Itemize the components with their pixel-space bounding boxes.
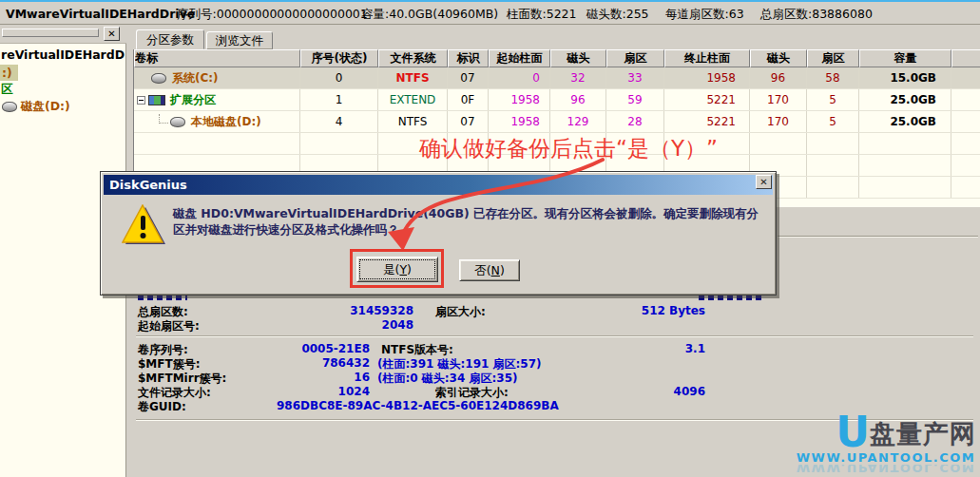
col-capacity[interactable]: 容量 [859, 49, 951, 67]
volume-name: 扩展分区 [170, 89, 216, 110]
disk-info-bar: VMwareVirtualIDEHardDrive 序列号:0000000000… [0, 0, 980, 25]
dialog-message: 磁盘 HD0:VMwareVirtualIDEHardDrive(40GB) 已… [173, 205, 767, 238]
col-start-head[interactable]: 磁头 [550, 49, 606, 67]
warning-icon [122, 204, 165, 246]
red-highlight-box [350, 249, 444, 288]
mft-cluster-value: 786432 [241, 356, 370, 370]
tab-browse-files[interactable]: 浏览文件 [206, 31, 273, 49]
col-volume-label[interactable]: 卷标 [134, 49, 300, 67]
disk-icon [2, 102, 17, 112]
volume-name: 本地磁盘(D:) [191, 111, 261, 132]
mftmirr-cluster-value: 16 [241, 371, 370, 384]
no-button[interactable]: 否(N) [459, 259, 520, 281]
tree-item-extended-partition[interactable]: 区 [1, 82, 13, 98]
volume-serial-value: 0005-21E8 [241, 342, 370, 355]
col-flag[interactable]: 标识 [448, 49, 489, 67]
disk-cylinders: 柱面数:5221 [507, 7, 577, 23]
disk-heads: 磁头数:255 [586, 7, 649, 23]
diskgenius-window: VMwareVirtualIDEHardDrive 序列号:0000000000… [0, 0, 980, 477]
watermark-logo-u: U [836, 414, 870, 450]
start-sector-value: 2048 [285, 318, 413, 332]
start-sector-label: 起始扇区号: [138, 318, 200, 334]
col-end-sector[interactable]: 扇区 [807, 49, 859, 67]
volume-guid-label: 卷GUID: [138, 399, 186, 415]
close-icon[interactable]: ✕ [104, 27, 120, 41]
annotation-text: 确认做好备份后点击“是（Y）” [419, 134, 718, 163]
col-filler [951, 49, 980, 67]
tab-partition-params[interactable]: 分区参数 [136, 29, 204, 49]
tree-item-disk[interactable]: reVirtualIDEHardD [1, 48, 125, 62]
watermark-url[interactable]: WWW.UPANTOOL.COM [796, 450, 976, 465]
partition-icon [148, 95, 165, 105]
disk-capacity: 容量:40.0GB(40960MB) [361, 7, 498, 23]
file-record-value: 1024 [241, 385, 370, 398]
tree-item-local-disk[interactable]: 磁盘(D:) [21, 99, 70, 115]
divider [778, 236, 978, 238]
divider [136, 335, 973, 337]
col-filesystem[interactable]: 文件系统 [378, 49, 448, 67]
watermark-brand: 盘量产网 [870, 418, 976, 450]
tree-elbow [159, 114, 168, 124]
total-sectors-value: 31459328 [285, 304, 413, 317]
table-row[interactable]: 扩展分区 1 EXTEND 0F 1958 96 59 5221 170 5 2… [134, 89, 980, 111]
dialog-title[interactable]: DiskGenius [104, 175, 773, 195]
watermark-reflection: WWW.UPANTOOL.COM [796, 465, 976, 475]
collapse-icon[interactable] [137, 96, 145, 105]
index-record-value: 4096 [570, 385, 705, 398]
panel-titlebar: ✕ [0, 25, 126, 44]
close-icon[interactable]: ✕ [756, 175, 772, 189]
table-row[interactable]: 本地磁盘(D:) 4 NTFS 07 1958 129 28 5221 170 … [134, 111, 980, 133]
disk-icon [170, 117, 185, 127]
disk-serial: 序列号:00000000000000000001 [177, 7, 368, 23]
sector-size-label: 扇区大小: [435, 304, 486, 320]
disk-total-sectors: 总扇区数:83886080 [760, 7, 873, 23]
col-end-cylinder[interactable]: 终止柱面 [664, 49, 750, 67]
disk-model: VMwareVirtualIDEHardDrive [6, 7, 195, 21]
disk-icon [151, 73, 166, 84]
sector-size-value: 512 Bytes [570, 304, 705, 317]
panel-grip[interactable] [2, 29, 99, 37]
disk-sectors-per-track: 每道扇区数:63 [665, 7, 744, 23]
col-start-sector[interactable]: 扇区 [606, 49, 664, 67]
volume-guid-value: 986DBC8E-89AC-4B12-AEC5-60E124D869BA [277, 399, 559, 412]
table-header-row: 卷标 序号(状态) 文件系统 标识 起始柱面 磁头 扇区 终止柱面 磁头 扇区 … [134, 49, 980, 67]
col-end-head[interactable]: 磁头 [750, 49, 807, 67]
col-seq-status[interactable]: 序号(状态) [300, 49, 378, 67]
table-row[interactable]: 系统(C:) 0 NTFS 07 0 32 33 1958 96 58 15.0… [134, 67, 980, 89]
ntfs-version-value: 3.1 [570, 342, 705, 355]
col-start-cylinder[interactable]: 起始柱面 [489, 49, 550, 67]
volume-name: 系统(C:) [172, 67, 219, 88]
tree-item-system-partition[interactable]: :) [0, 65, 18, 81]
watermark: U 盘量产网 WWW.UPANTOOL.COM WWW.UPANTOOL.COM [796, 414, 976, 475]
